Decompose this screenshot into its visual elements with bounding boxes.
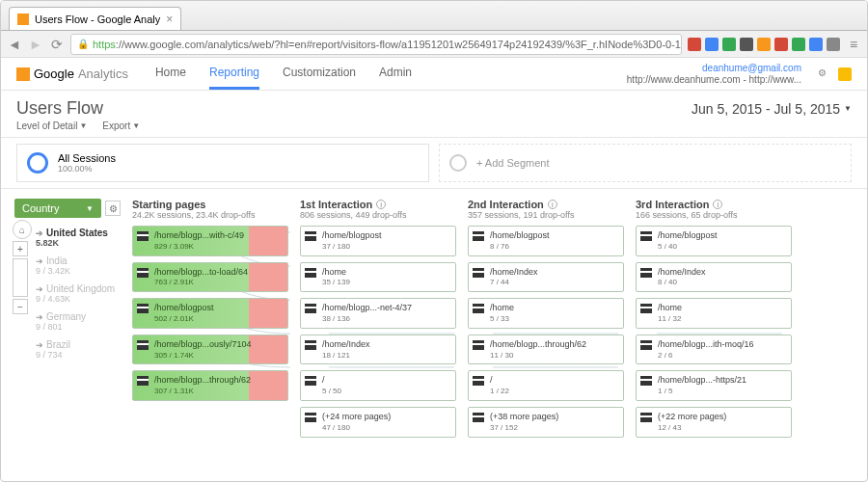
flow-node[interactable]: /home/Index8 / 40 — [636, 262, 792, 293]
arrow-right-icon: ➔ — [36, 256, 43, 266]
browser-tab[interactable]: Users Flow - Google Analy × — [9, 7, 181, 30]
nav-reporting[interactable]: Reporting — [209, 58, 259, 90]
extension-icon[interactable] — [827, 38, 840, 51]
flow-node[interactable]: /home35 / 139 — [300, 262, 456, 293]
flow-node[interactable]: /home/blogp...ously/7104305 / 1.74K — [132, 335, 288, 365]
page-title: Users Flow — [16, 98, 103, 119]
extension-icon[interactable] — [705, 38, 719, 51]
column-subtitle: 357 sessions, 191 drop-offs — [468, 210, 624, 220]
ga-logo[interactable]: Google Analytics — [16, 67, 128, 81]
flow-node[interactable]: (+24 more pages)47 / 180 — [300, 407, 456, 438]
country-item[interactable]: ➔India9 / 3.42K — [34, 252, 121, 280]
export-dropdown[interactable]: Export▼ — [102, 120, 140, 131]
forward-button[interactable]: ► — [28, 37, 43, 52]
settings-gear-icon[interactable]: ⚙ — [813, 67, 827, 81]
flow-columns: Starting pages24.2K sessions, 23.4K drop… — [132, 199, 792, 478]
info-icon[interactable]: i — [376, 200, 386, 209]
nav-admin[interactable]: Admin — [379, 58, 412, 90]
extension-icon[interactable] — [809, 38, 823, 51]
ga-brand-2: Analytics — [78, 67, 128, 81]
column-subtitle: 806 sessions, 449 drop-offs — [300, 210, 456, 220]
info-icon[interactable]: i — [713, 200, 722, 209]
node-title: /home — [322, 267, 449, 278]
flow-node[interactable]: /home/blogpost5 / 40 — [636, 226, 792, 256]
arrow-right-icon: ➔ — [36, 228, 43, 238]
flow-node[interactable]: /home/blogpost8 / 76 — [468, 226, 624, 256]
zoom-in-button[interactable]: + — [13, 241, 28, 256]
flow-node[interactable]: /home/blogp...ith-moq/162 / 6 — [636, 335, 792, 365]
flow-node[interactable]: /home/blogp...with-c/49829 / 3.09K — [132, 226, 288, 256]
flow-node[interactable]: /home/blogpost502 / 2.01K — [132, 298, 288, 329]
node-stats: 829 / 3.09K — [154, 242, 194, 251]
flow-node[interactable]: /home/blogp...-https/211 / 5 — [636, 370, 792, 401]
country-item[interactable]: ➔United Kingdom9 / 4.63K — [34, 280, 121, 308]
info-icon[interactable]: i — [548, 200, 557, 209]
node-stats: 8 / 40 — [658, 278, 677, 286]
extension-icon[interactable] — [757, 38, 771, 51]
flow-node[interactable]: /home/Index18 / 121 — [300, 335, 456, 365]
dimension-selector[interactable]: Country ▼ — [14, 199, 101, 218]
reload-button[interactable]: ⟳ — [49, 37, 65, 52]
node-stats: 11 / 30 — [490, 351, 513, 360]
nav-home[interactable]: Home — [155, 58, 186, 90]
node-title: /home/Index — [322, 339, 449, 350]
column-subtitle: 24.2K sessions, 23.4K drop-offs — [132, 210, 288, 220]
dimension-settings-icon[interactable]: ⚙ — [105, 201, 121, 216]
extension-icon[interactable] — [722, 38, 736, 51]
flow-node[interactable]: /home/blogp...-net-4/3738 / 136 — [300, 298, 456, 329]
node-title: /home/blogp...with-c/49 — [154, 230, 282, 241]
segment-label: All Sessions — [58, 152, 116, 164]
flow-node[interactable]: /home5 / 33 — [468, 298, 624, 329]
extension-icon[interactable] — [740, 38, 753, 51]
flow-node[interactable]: /home11 / 32 — [636, 298, 792, 329]
flow-node[interactable]: (+38 more pages)37 / 152 — [468, 407, 624, 438]
flow-node[interactable]: /home/blogp...through/6211 / 30 — [468, 335, 624, 365]
country-value: 5.82K — [36, 238, 119, 248]
menu-icon[interactable]: ≡ — [846, 37, 861, 52]
page-icon — [640, 231, 652, 241]
nav-customization[interactable]: Customization — [283, 58, 356, 90]
flow-node[interactable]: /1 / 22 — [468, 370, 624, 401]
flow-node[interactable]: /home/blogp...through/62307 / 1.31K — [132, 370, 288, 401]
level-of-detail-dropdown[interactable]: Level of Detail▼ — [16, 120, 87, 131]
segment-all-sessions[interactable]: All Sessions 100.00% — [16, 144, 429, 182]
node-title: /home/blogpost — [490, 230, 617, 241]
page-icon — [473, 304, 484, 313]
browser-address-bar: ◄ ► ⟳ 🔒 https ://www.google.com/analytic… — [1, 31, 867, 58]
extension-icon[interactable] — [688, 38, 701, 51]
zoom-slider[interactable] — [13, 258, 28, 297]
node-title: /home — [490, 303, 617, 313]
segment-row: All Sessions 100.00% + Add Segment — [1, 137, 867, 189]
close-tab-icon[interactable]: × — [166, 13, 173, 26]
flow-node[interactable]: (+22 more pages)12 / 43 — [636, 407, 792, 438]
add-segment-button[interactable]: + Add Segment — [439, 144, 852, 182]
back-button[interactable]: ◄ — [7, 37, 22, 52]
extension-icon[interactable] — [792, 38, 805, 51]
country-item[interactable]: ➔Brazil9 / 734 — [34, 335, 121, 363]
extension-icons — [688, 38, 840, 51]
zoom-home-button[interactable]: ⌂ — [13, 220, 32, 239]
browser-tab-strip: Users Flow - Google Analy × — [1, 1, 867, 31]
url-field[interactable]: 🔒 https ://www.google.com/analytics/web/… — [70, 34, 682, 55]
node-stats: 1 / 22 — [490, 387, 509, 395]
country-item[interactable]: ➔United States5.82K — [34, 224, 121, 252]
node-title: / — [322, 375, 449, 386]
notifications-bell-icon[interactable] — [838, 67, 852, 81]
extension-icon[interactable] — [774, 38, 788, 51]
date-range-picker[interactable]: Jun 5, 2015 - Jul 5, 2015 ▼ — [692, 101, 852, 117]
flow-node[interactable]: /home/blogp...to-load/64763 / 2.91K — [132, 262, 288, 293]
node-stats: 307 / 1.31K — [154, 387, 194, 395]
country-value: 9 / 801 — [36, 322, 119, 332]
node-stats: 12 / 43 — [658, 423, 681, 432]
users-flow-canvas[interactable]: Country ▼ ⚙ ⌂ + − ➔United States5.82K➔In… — [1, 189, 867, 482]
segment-pct: 100.00% — [58, 164, 116, 174]
flow-column-2: 2nd Interaction i357 sessions, 191 drop-… — [468, 199, 624, 478]
flow-node[interactable]: /home/Index7 / 44 — [468, 262, 624, 293]
country-item[interactable]: ➔Germany9 / 801 — [34, 308, 121, 335]
zoom-out-button[interactable]: − — [13, 299, 28, 314]
column-subtitle: 166 sessions, 65 drop-offs — [636, 210, 792, 220]
flow-node[interactable]: /home/blogpost37 / 180 — [300, 226, 456, 256]
country-list: ➔United States5.82K➔India9 / 3.42K➔Unite… — [34, 224, 121, 363]
node-stats: 37 / 152 — [490, 423, 518, 432]
flow-node[interactable]: /5 / 50 — [300, 370, 456, 401]
